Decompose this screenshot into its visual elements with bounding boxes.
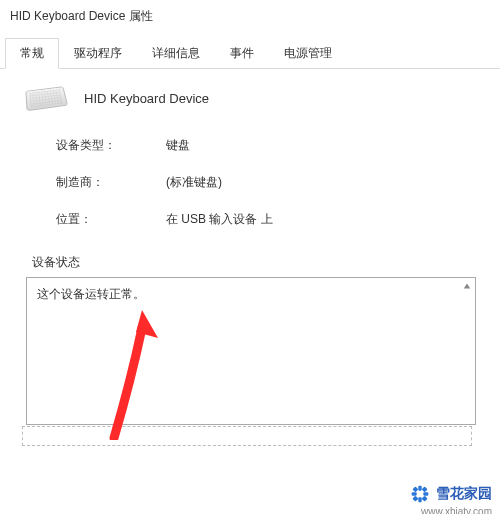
svg-rect-2 — [418, 486, 421, 491]
tab-driver[interactable]: 驱动程序 — [59, 38, 137, 69]
device-type-value: 键盘 — [166, 137, 478, 154]
device-status-box[interactable]: 这个设备运转正常。 — [26, 277, 476, 425]
device-type-label: 设备类型： — [56, 137, 166, 154]
svg-rect-5 — [423, 492, 428, 495]
device-status-text: 这个设备运转正常。 — [37, 287, 145, 301]
property-grid: 设备类型： 键盘 制造商： (标准键盘) 位置： 在 USB 输入设备 上 — [56, 137, 478, 228]
tab-strip: 常规 驱动程序 详细信息 事件 电源管理 — [0, 37, 500, 69]
tab-events[interactable]: 事件 — [215, 38, 269, 69]
svg-rect-4 — [412, 492, 417, 495]
location-label: 位置： — [56, 211, 166, 228]
svg-marker-0 — [464, 284, 470, 289]
tab-details[interactable]: 详细信息 — [137, 38, 215, 69]
watermark-brand: 雪花家园 — [436, 485, 492, 503]
device-header: HID Keyboard Device — [26, 87, 478, 109]
manufacturer-label: 制造商： — [56, 174, 166, 191]
device-status-section: 设备状态 这个设备运转正常。 — [22, 254, 478, 425]
svg-rect-3 — [418, 497, 421, 502]
watermark-url: www.xhjaty.com — [421, 506, 492, 514]
tab-panel-general: HID Keyboard Device 设备类型： 键盘 制造商： (标准键盘)… — [0, 69, 500, 443]
svg-rect-8 — [412, 496, 418, 502]
tab-general[interactable]: 常规 — [5, 38, 59, 69]
keyboard-icon — [25, 86, 68, 111]
tab-power[interactable]: 电源管理 — [269, 38, 347, 69]
watermark-logo-icon — [410, 484, 430, 504]
svg-rect-7 — [422, 486, 428, 492]
footer-placeholder — [22, 426, 472, 446]
manufacturer-value: (标准键盘) — [166, 174, 478, 191]
device-name: HID Keyboard Device — [84, 91, 209, 106]
watermark: 雪花家园 www.xhjaty.com — [410, 484, 492, 504]
device-status-header: 设备状态 — [32, 254, 478, 271]
svg-rect-6 — [412, 486, 418, 492]
scroll-up-icon[interactable] — [463, 282, 471, 290]
window-title: HID Keyboard Device 属性 — [0, 0, 500, 33]
location-value: 在 USB 输入设备 上 — [166, 211, 478, 228]
svg-rect-9 — [422, 496, 428, 502]
